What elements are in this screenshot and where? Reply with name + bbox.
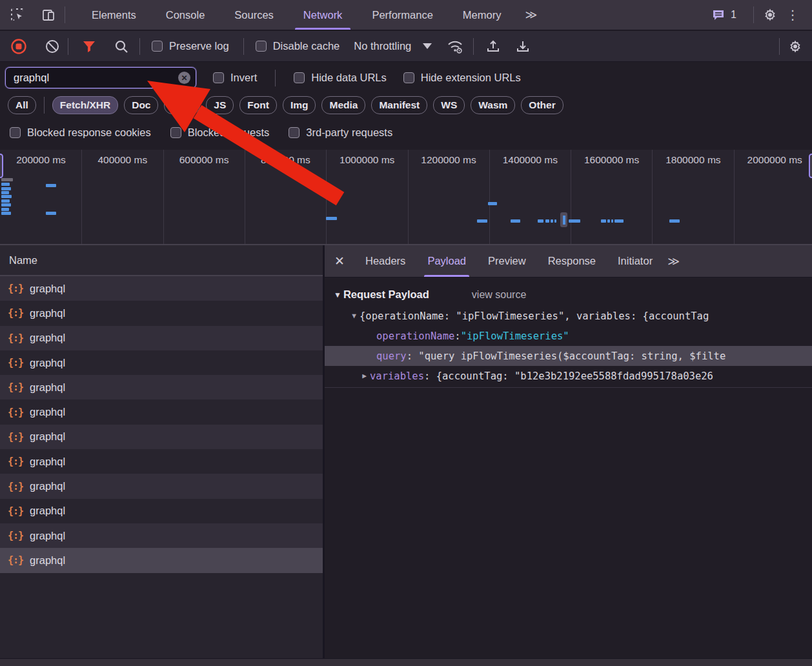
chip-ws[interactable]: WS	[433, 96, 465, 114]
request-row[interactable]: {:}graphql	[0, 375, 323, 399]
inspect-element-icon[interactable]	[8, 5, 27, 25]
invert-box[interactable]	[213, 72, 224, 83]
checkbox-label: Blocked response cookies	[27, 126, 151, 139]
tab-network[interactable]: Network	[289, 0, 358, 30]
hide-data-urls-box[interactable]	[294, 72, 305, 83]
3rd-party-requests-checkbox[interactable]: 3rd-party requests	[289, 126, 392, 139]
chip-js[interactable]: JS	[206, 96, 234, 114]
request-name: graphql	[30, 530, 65, 542]
network-conditions-icon[interactable]	[446, 37, 464, 56]
hide-extension-urls-label: Hide extension URLs	[421, 72, 521, 84]
device-toolbar-icon[interactable]	[39, 5, 58, 25]
detail-panel: ✕ HeadersPayloadPreviewResponseInitiator…	[325, 245, 812, 658]
waterfall-bar	[1, 199, 10, 203]
tab-console[interactable]: Console	[151, 0, 220, 30]
clear-filter-icon[interactable]: ✕	[178, 72, 190, 84]
bottom-scrollbar-track[interactable]	[0, 658, 812, 666]
request-row[interactable]: {:}graphql	[0, 499, 323, 523]
chip-media[interactable]: Media	[321, 96, 365, 114]
invert-checkbox[interactable]: Invert	[213, 72, 257, 84]
filter-input[interactable]	[14, 72, 178, 84]
request-row[interactable]: {:}graphql	[0, 326, 323, 350]
payload-line[interactable]: ▼{operationName: "ipFlowTimeseries", var…	[325, 306, 812, 326]
hide-extension-urls-checkbox[interactable]: Hide extension URLs	[403, 72, 521, 84]
request-rows: {:}graphql{:}graphql{:}graphql{:}graphql…	[0, 276, 323, 573]
checkbox-box[interactable]	[10, 127, 21, 138]
menu-dots-icon[interactable]: ⋮	[780, 7, 806, 23]
clear-network-log-icon[interactable]	[43, 37, 61, 56]
hide-extension-urls-box[interactable]	[403, 72, 414, 83]
expanded-caret-icon[interactable]: ▼	[349, 312, 360, 320]
detail-tab-preview[interactable]: Preview	[477, 245, 537, 277]
json-icon: {:}	[8, 554, 23, 566]
detail-tab-initiator[interactable]: Initiator	[607, 245, 664, 277]
chip-css[interactable]: CSS	[164, 96, 200, 114]
waterfall-bar	[1, 183, 10, 186]
view-source-link[interactable]: view source	[472, 289, 526, 301]
overview-left-handle[interactable]	[0, 154, 3, 178]
record-network-log-icon[interactable]	[10, 37, 28, 56]
overview-right-handle[interactable]	[809, 154, 812, 178]
checkbox-box[interactable]	[289, 127, 299, 138]
json-icon: {:}	[8, 307, 23, 319]
chip-all[interactable]: All	[8, 96, 36, 114]
request-row[interactable]: {:}graphql	[0, 425, 323, 449]
network-overview-timeline[interactable]: 200000 ms400000 ms600000 ms800000 ms1000…	[0, 150, 812, 245]
import-har-icon[interactable]	[484, 37, 502, 56]
close-detail-icon[interactable]: ✕	[325, 254, 354, 268]
preserve-log-box[interactable]	[152, 41, 163, 52]
chip-other[interactable]: Other	[521, 96, 563, 114]
detail-tabbar: ✕ HeadersPayloadPreviewResponseInitiator…	[325, 245, 812, 278]
disable-cache-checkbox[interactable]: Disable cache	[256, 40, 340, 52]
request-row[interactable]: {:}graphql	[0, 449, 323, 474]
detail-more-tabs-icon[interactable]: ≫	[667, 254, 680, 268]
request-row[interactable]: {:}graphql	[0, 301, 323, 325]
filter-funnel-icon[interactable]	[80, 37, 98, 56]
disable-cache-box[interactable]	[256, 41, 267, 52]
tab-performance[interactable]: Performance	[357, 0, 447, 30]
payload-line[interactable]: query: "query ipFlowTimeseries($accountT…	[325, 346, 812, 366]
issues-indicator[interactable]: 1	[711, 8, 736, 22]
chip-doc[interactable]: Doc	[124, 96, 158, 114]
request-row[interactable]: {:}graphql	[0, 548, 323, 572]
chip-font[interactable]: Font	[239, 96, 277, 114]
waterfall-bar	[1, 203, 11, 207]
throttling-dropdown[interactable]: No throttling	[354, 40, 432, 52]
chip-manifest[interactable]: Manifest	[371, 96, 427, 114]
request-row[interactable]: {:}graphql	[0, 474, 323, 498]
payload-line[interactable]: operationName: "ipFlowTimeseries"	[325, 326, 812, 346]
payload-expand-icon[interactable]: ▼	[334, 290, 341, 299]
waterfall-bar	[1, 195, 12, 198]
json-icon: {:}	[8, 456, 23, 467]
name-column-header[interactable]: Name	[0, 245, 323, 276]
search-icon[interactable]	[112, 37, 130, 56]
more-tabs-icon[interactable]: ≫	[516, 0, 546, 30]
detail-tab-response[interactable]: Response	[537, 245, 607, 277]
request-row[interactable]: {:}graphql	[0, 523, 323, 548]
hide-data-urls-checkbox[interactable]: Hide data URLs	[294, 72, 386, 84]
json-icon: {:}	[8, 407, 23, 418]
waterfall-bar	[1, 208, 9, 211]
tab-sources[interactable]: Sources	[219, 0, 289, 30]
request-row[interactable]: {:}graphql	[0, 350, 323, 375]
chip-wasm[interactable]: Wasm	[471, 96, 515, 114]
payload-line[interactable]: ▶variables: {accountTag: "b12e3b2192ee55…	[325, 366, 812, 386]
chip-fetch-xhr[interactable]: Fetch/XHR	[52, 96, 118, 114]
request-payload-header[interactable]: ▼ Request Payload view source	[334, 288, 812, 301]
tab-elements[interactable]: Elements	[77, 0, 151, 30]
detail-tab-headers[interactable]: Headers	[354, 245, 416, 277]
tab-memory[interactable]: Memory	[448, 0, 516, 30]
network-settings-gear-icon[interactable]	[786, 37, 804, 56]
settings-gear-icon[interactable]	[760, 5, 780, 25]
waterfall-bar	[46, 212, 56, 215]
export-har-icon[interactable]	[514, 37, 532, 56]
request-row[interactable]: {:}graphql	[0, 276, 323, 301]
request-row[interactable]: {:}graphql	[0, 399, 323, 424]
blocked-response-cookies-checkbox[interactable]: Blocked response cookies	[10, 126, 151, 139]
blocked-requests-checkbox[interactable]: Blocked requests	[170, 126, 270, 139]
detail-tab-payload[interactable]: Payload	[416, 245, 477, 277]
collapsed-caret-icon[interactable]: ▶	[359, 372, 370, 380]
chip-img[interactable]: Img	[283, 96, 316, 114]
preserve-log-checkbox[interactable]: Preserve log	[152, 40, 229, 52]
checkbox-box[interactable]	[170, 127, 181, 138]
